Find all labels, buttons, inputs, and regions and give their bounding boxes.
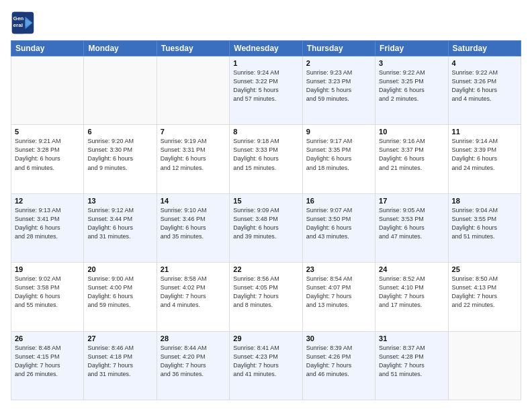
calendar-week-row: 12Sunrise: 9:13 AM Sunset: 3:41 PM Dayli… xyxy=(11,193,521,262)
day-info: Sunrise: 9:22 AM Sunset: 3:26 PM Dayligh… xyxy=(452,68,517,103)
day-number: 19 xyxy=(15,265,80,273)
day-number: 28 xyxy=(161,334,226,342)
calendar-cell xyxy=(448,331,521,400)
day-info: Sunrise: 8:39 AM Sunset: 4:26 PM Dayligh… xyxy=(306,344,371,379)
day-info: Sunrise: 8:50 AM Sunset: 4:13 PM Dayligh… xyxy=(452,275,517,310)
dow-header: Sunday xyxy=(11,41,84,56)
calendar-cell: 18Sunrise: 9:04 AM Sunset: 3:55 PM Dayli… xyxy=(448,193,521,262)
day-info: Sunrise: 8:37 AM Sunset: 4:28 PM Dayligh… xyxy=(379,344,444,379)
page: Gen eral SundayMondayTuesdayWednesdayThu… xyxy=(0,0,532,411)
calendar-cell: 31Sunrise: 8:37 AM Sunset: 4:28 PM Dayli… xyxy=(375,331,448,400)
day-info: Sunrise: 9:24 AM Sunset: 3:22 PM Dayligh… xyxy=(233,68,298,103)
calendar-cell: 5Sunrise: 9:21 AM Sunset: 3:28 PM Daylig… xyxy=(11,125,84,193)
day-info: Sunrise: 9:04 AM Sunset: 3:55 PM Dayligh… xyxy=(452,206,517,241)
dow-header: Friday xyxy=(375,41,448,56)
calendar-cell: 13Sunrise: 9:12 AM Sunset: 3:44 PM Dayli… xyxy=(84,193,157,262)
calendar-cell: 27Sunrise: 8:46 AM Sunset: 4:18 PM Dayli… xyxy=(84,331,157,400)
day-info: Sunrise: 9:21 AM Sunset: 3:28 PM Dayligh… xyxy=(15,137,80,172)
dow-header: Saturday xyxy=(448,41,521,56)
day-info: Sunrise: 9:20 AM Sunset: 3:30 PM Dayligh… xyxy=(87,137,152,172)
day-number: 10 xyxy=(379,128,444,136)
calendar-week-row: 1Sunrise: 9:24 AM Sunset: 3:22 PM Daylig… xyxy=(11,56,521,125)
day-info: Sunrise: 9:17 AM Sunset: 3:35 PM Dayligh… xyxy=(306,137,371,172)
calendar-cell: 6Sunrise: 9:20 AM Sunset: 3:30 PM Daylig… xyxy=(84,125,157,193)
day-info: Sunrise: 9:16 AM Sunset: 3:37 PM Dayligh… xyxy=(379,137,444,172)
calendar-cell: 30Sunrise: 8:39 AM Sunset: 4:26 PM Dayli… xyxy=(302,331,375,400)
day-number: 31 xyxy=(379,334,444,342)
day-number: 3 xyxy=(379,59,444,67)
day-info: Sunrise: 8:44 AM Sunset: 4:20 PM Dayligh… xyxy=(161,344,226,379)
day-info: Sunrise: 9:22 AM Sunset: 3:25 PM Dayligh… xyxy=(379,68,444,103)
day-number: 2 xyxy=(306,59,371,67)
calendar-cell: 10Sunrise: 9:16 AM Sunset: 3:37 PM Dayli… xyxy=(375,125,448,193)
calendar-cell xyxy=(157,56,229,125)
day-number: 22 xyxy=(233,265,298,273)
day-number: 29 xyxy=(233,334,298,342)
day-number: 30 xyxy=(306,334,371,342)
day-number: 4 xyxy=(452,59,517,67)
calendar-cell: 12Sunrise: 9:13 AM Sunset: 3:41 PM Dayli… xyxy=(11,193,84,262)
calendar-cell: 23Sunrise: 8:54 AM Sunset: 4:07 PM Dayli… xyxy=(302,263,375,331)
day-info: Sunrise: 9:05 AM Sunset: 3:53 PM Dayligh… xyxy=(379,206,444,241)
logo: Gen eral xyxy=(11,11,38,35)
dow-header: Monday xyxy=(84,41,157,56)
day-number: 21 xyxy=(161,265,226,273)
day-info: Sunrise: 9:13 AM Sunset: 3:41 PM Dayligh… xyxy=(15,206,80,241)
calendar-table: SundayMondayTuesdayWednesdayThursdayFrid… xyxy=(11,40,521,400)
calendar-cell: 8Sunrise: 9:18 AM Sunset: 3:33 PM Daylig… xyxy=(230,125,302,193)
calendar-cell: 17Sunrise: 9:05 AM Sunset: 3:53 PM Dayli… xyxy=(375,193,448,262)
calendar-body: 1Sunrise: 9:24 AM Sunset: 3:22 PM Daylig… xyxy=(11,56,521,400)
day-info: Sunrise: 8:41 AM Sunset: 4:23 PM Dayligh… xyxy=(233,344,298,379)
day-number: 16 xyxy=(306,197,371,205)
day-number: 8 xyxy=(233,128,298,136)
day-number: 25 xyxy=(452,265,517,273)
calendar-cell: 3Sunrise: 9:22 AM Sunset: 3:25 PM Daylig… xyxy=(375,56,448,125)
dow-header: Wednesday xyxy=(230,41,302,56)
day-info: Sunrise: 9:09 AM Sunset: 3:48 PM Dayligh… xyxy=(233,206,298,241)
day-info: Sunrise: 8:48 AM Sunset: 4:15 PM Dayligh… xyxy=(15,344,80,379)
calendar-week-row: 5Sunrise: 9:21 AM Sunset: 3:28 PM Daylig… xyxy=(11,125,521,193)
day-number: 18 xyxy=(452,197,517,205)
day-info: Sunrise: 8:56 AM Sunset: 4:05 PM Dayligh… xyxy=(233,275,298,310)
calendar-cell xyxy=(84,56,157,125)
day-info: Sunrise: 8:52 AM Sunset: 4:10 PM Dayligh… xyxy=(379,275,444,310)
day-number: 20 xyxy=(87,265,152,273)
calendar-cell: 24Sunrise: 8:52 AM Sunset: 4:10 PM Dayli… xyxy=(375,263,448,331)
day-info: Sunrise: 9:18 AM Sunset: 3:33 PM Dayligh… xyxy=(233,137,298,172)
day-info: Sunrise: 9:19 AM Sunset: 3:31 PM Dayligh… xyxy=(161,137,226,172)
day-number: 15 xyxy=(233,197,298,205)
svg-text:eral: eral xyxy=(13,22,23,28)
day-info: Sunrise: 9:12 AM Sunset: 3:44 PM Dayligh… xyxy=(87,206,152,241)
calendar-cell: 9Sunrise: 9:17 AM Sunset: 3:35 PM Daylig… xyxy=(302,125,375,193)
calendar-cell: 2Sunrise: 9:23 AM Sunset: 3:23 PM Daylig… xyxy=(302,56,375,125)
day-number: 24 xyxy=(379,265,444,273)
svg-text:Gen: Gen xyxy=(13,15,24,21)
calendar-cell: 4Sunrise: 9:22 AM Sunset: 3:26 PM Daylig… xyxy=(448,56,521,125)
day-info: Sunrise: 9:23 AM Sunset: 3:23 PM Dayligh… xyxy=(306,68,371,103)
day-number: 23 xyxy=(306,265,371,273)
calendar-week-row: 26Sunrise: 8:48 AM Sunset: 4:15 PM Dayli… xyxy=(11,331,521,400)
day-number: 9 xyxy=(306,128,371,136)
day-number: 13 xyxy=(87,197,152,205)
calendar-cell: 25Sunrise: 8:50 AM Sunset: 4:13 PM Dayli… xyxy=(448,263,521,331)
day-number: 27 xyxy=(87,334,152,342)
day-info: Sunrise: 8:46 AM Sunset: 4:18 PM Dayligh… xyxy=(87,344,152,379)
header: Gen eral xyxy=(11,11,521,35)
day-number: 5 xyxy=(15,128,80,136)
calendar-cell: 1Sunrise: 9:24 AM Sunset: 3:22 PM Daylig… xyxy=(230,56,302,125)
day-number: 7 xyxy=(161,128,226,136)
day-info: Sunrise: 9:02 AM Sunset: 3:58 PM Dayligh… xyxy=(15,275,80,310)
day-info: Sunrise: 9:10 AM Sunset: 3:46 PM Dayligh… xyxy=(161,206,226,241)
calendar-cell: 20Sunrise: 9:00 AM Sunset: 4:00 PM Dayli… xyxy=(84,263,157,331)
days-of-week-row: SundayMondayTuesdayWednesdayThursdayFrid… xyxy=(11,41,521,56)
calendar-cell: 22Sunrise: 8:56 AM Sunset: 4:05 PM Dayli… xyxy=(230,263,302,331)
day-info: Sunrise: 8:58 AM Sunset: 4:02 PM Dayligh… xyxy=(161,275,226,310)
calendar-cell: 21Sunrise: 8:58 AM Sunset: 4:02 PM Dayli… xyxy=(157,263,229,331)
calendar-cell: 14Sunrise: 9:10 AM Sunset: 3:46 PM Dayli… xyxy=(157,193,229,262)
day-number: 1 xyxy=(233,59,298,67)
calendar-cell: 15Sunrise: 9:09 AM Sunset: 3:48 PM Dayli… xyxy=(230,193,302,262)
calendar-cell: 29Sunrise: 8:41 AM Sunset: 4:23 PM Dayli… xyxy=(230,331,302,400)
day-number: 14 xyxy=(161,197,226,205)
day-number: 12 xyxy=(15,197,80,205)
calendar-cell: 19Sunrise: 9:02 AM Sunset: 3:58 PM Dayli… xyxy=(11,263,84,331)
